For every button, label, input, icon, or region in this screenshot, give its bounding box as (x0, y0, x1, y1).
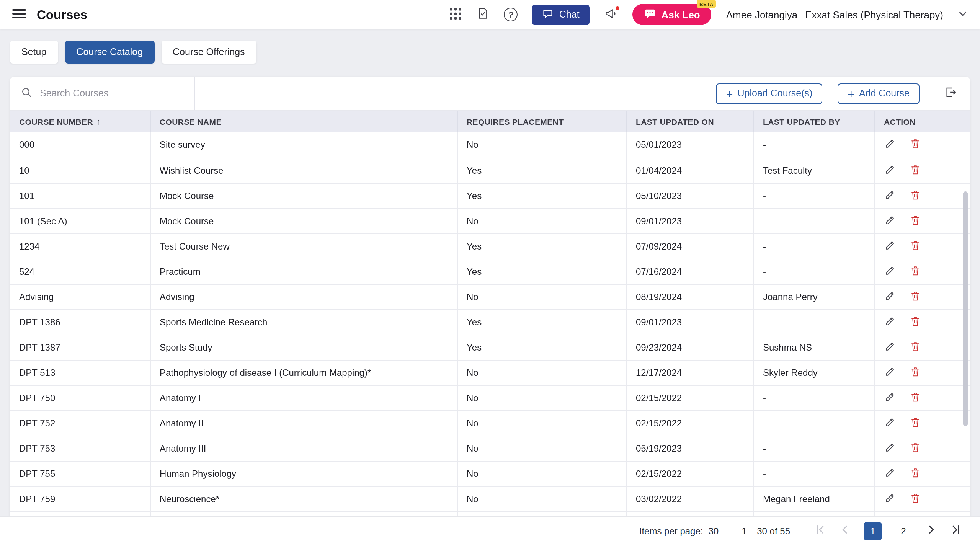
trash-icon (909, 340, 921, 354)
table-row: DPT 513 Pathophysiology of disease I (Cu… (10, 360, 970, 385)
trash-icon (909, 492, 921, 506)
edit-course-button[interactable] (884, 214, 895, 228)
search-input[interactable] (40, 88, 170, 99)
trash-icon (909, 163, 921, 177)
menu-button[interactable] (12, 8, 26, 21)
org-name: Exxat Sales (Physical Therapy) (805, 9, 943, 20)
delete-course-button[interactable] (909, 315, 921, 329)
cell-requires-placement: Yes (457, 259, 626, 284)
cell-last-updated-by: - (753, 385, 874, 410)
delete-course-button[interactable] (909, 239, 921, 253)
column-last-updated-by[interactable]: LAST UPDATED BY (753, 111, 874, 132)
trash-icon (909, 290, 921, 304)
next-page-button[interactable] (925, 524, 937, 538)
cell-course-number: DPT 752 (10, 410, 150, 436)
edit-course-button[interactable] (884, 138, 895, 152)
cell-course-number: DPT 1386 (10, 309, 150, 335)
document-check-icon (477, 7, 490, 22)
tab-setup[interactable]: Setup (10, 41, 58, 64)
previous-page-button[interactable] (839, 524, 851, 538)
last-page-button[interactable] (949, 524, 962, 538)
export-button[interactable] (944, 86, 957, 101)
upload-courses-button[interactable]: + Upload Course(s) (716, 83, 822, 104)
evaluations-button[interactable] (477, 7, 490, 22)
edit-course-button[interactable] (884, 239, 895, 253)
cell-course-name: Human Physiology (150, 461, 457, 486)
announcements-button[interactable] (604, 7, 618, 23)
cell-last-updated-on: 07/16/2024 (626, 259, 753, 284)
apps-grid-button[interactable] (450, 7, 462, 22)
cell-last-updated-by: - (753, 208, 874, 233)
cell-course-name: Sports Medicine Research (150, 309, 457, 335)
delete-course-button[interactable] (909, 492, 921, 506)
delete-course-button[interactable] (909, 163, 921, 177)
edit-course-button[interactable] (884, 467, 895, 480)
ask-leo-button[interactable]: Ask Leo BETA (632, 4, 712, 25)
trash-icon (909, 467, 921, 480)
table-row: DPT 752 Anatomy II No 02/15/2022 - (10, 410, 970, 436)
cell-last-updated-on: 09/01/2023 (626, 208, 753, 233)
items-per-page-label: Items per page: (639, 525, 703, 536)
delete-course-button[interactable] (909, 214, 921, 228)
column-course-number[interactable]: COURSE NUMBER↑ (10, 111, 150, 132)
cell-course-number: 101 (Sec A) (10, 208, 150, 233)
cell-last-updated-by: Megan Freeland (753, 486, 874, 511)
chat-button[interactable]: Chat (532, 4, 590, 25)
cell-requires-placement: No (457, 284, 626, 309)
page-1-button[interactable]: 1 (864, 522, 882, 540)
first-page-button[interactable] (815, 524, 827, 538)
delete-course-button[interactable] (909, 340, 921, 354)
delete-course-button[interactable] (909, 391, 921, 405)
pencil-icon (884, 163, 895, 177)
column-last-updated-on[interactable]: LAST UPDATED ON (626, 111, 753, 132)
edit-course-button[interactable] (884, 163, 895, 177)
edit-course-button[interactable] (884, 315, 895, 329)
edit-course-button[interactable] (884, 264, 895, 278)
cell-action (874, 486, 970, 511)
scrollbar-thumb[interactable] (963, 191, 968, 426)
delete-course-button[interactable] (909, 441, 921, 455)
delete-course-button[interactable] (909, 290, 921, 304)
edit-course-button[interactable] (884, 290, 895, 304)
column-course-name[interactable]: COURSE NAME (150, 111, 457, 132)
add-course-button[interactable]: + Add Course (838, 83, 920, 104)
tab-course-catalog[interactable]: Course Catalog (65, 41, 154, 64)
table-body: 000 Site survey No 05/01/2023 - 10 Wishl… (10, 132, 970, 518)
edit-course-button[interactable] (884, 189, 895, 202)
cell-last-updated-by: - (753, 410, 874, 436)
edit-course-button[interactable] (884, 340, 895, 354)
cell-last-updated-by: Test Faculty (753, 158, 874, 183)
profile-menu-button[interactable] (958, 8, 968, 21)
edit-course-button[interactable] (884, 441, 895, 455)
cell-course-name: Practicum (150, 259, 457, 284)
cell-last-updated-by: - (753, 132, 874, 158)
pencil-icon (884, 416, 895, 430)
cell-course-number: 1234 (10, 233, 150, 259)
page-2-button[interactable]: 2 (894, 522, 913, 540)
add-course-label: Add Course (859, 88, 910, 99)
cell-action (874, 233, 970, 259)
cell-last-updated-on: 03/02/2022 (626, 486, 753, 511)
delete-course-button[interactable] (909, 189, 921, 202)
delete-course-button[interactable] (909, 264, 921, 278)
edit-course-button[interactable] (884, 416, 895, 430)
delete-course-button[interactable] (909, 366, 921, 379)
cell-last-updated-by: - (753, 309, 874, 335)
cell-action (874, 410, 970, 436)
edit-course-button[interactable] (884, 492, 895, 506)
chat-bubble-icon (542, 8, 554, 21)
edit-course-button[interactable] (884, 391, 895, 405)
cell-course-number: DPT 750 (10, 385, 150, 410)
edit-course-button[interactable] (884, 366, 895, 379)
table-row: 524 Practicum Yes 07/16/2024 - (10, 259, 970, 284)
cell-action (874, 385, 970, 410)
delete-course-button[interactable] (909, 467, 921, 480)
tab-course-offerings[interactable]: Course Offerings (161, 41, 256, 64)
help-button[interactable]: ? (504, 8, 518, 21)
delete-course-button[interactable] (909, 416, 921, 430)
cell-last-updated-by: Sushma NS (753, 335, 874, 360)
delete-course-button[interactable] (909, 138, 921, 152)
cell-last-updated-by: - (753, 233, 874, 259)
items-per-page-value[interactable]: 30 (709, 525, 719, 536)
column-requires-placement[interactable]: REQUIRES PLACEMENT (457, 111, 626, 132)
